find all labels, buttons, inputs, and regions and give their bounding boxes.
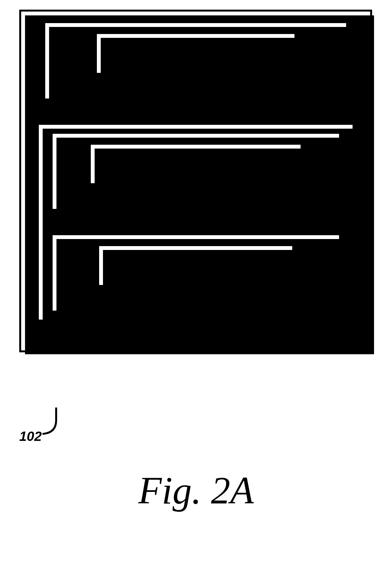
arrow-state-to-graphical bbox=[45, 211, 347, 233]
double-arrow-icon bbox=[190, 211, 201, 233]
state-diagram-model-label: State Diagram Model bbox=[95, 149, 296, 165]
modeling-tools-group: State Diagram Model 225 State Diagram Mo… bbox=[37, 123, 355, 322]
figure-label: Fig. 2A bbox=[0, 468, 392, 513]
state-diagram-tool-label: State Diagram Modeling Tool, bbox=[94, 189, 271, 204]
callout-102-ref: 102 bbox=[19, 429, 42, 444]
state-diagram-model-box: State Diagram Model 225 bbox=[89, 143, 302, 185]
graphical-tool-label: Graphical Modeling Tool, bbox=[108, 291, 257, 306]
environment-label: State Diagram Modeling Environment, bbox=[69, 328, 296, 343]
code-generator-ref: 295 bbox=[101, 54, 291, 69]
graphical-tool-caption: Graphical Modeling Tool, 230 bbox=[59, 291, 333, 306]
graphical-tool-box: Graphical Model 235 Graphical Modeling T… bbox=[51, 233, 341, 313]
code-generator-label: Code Generator bbox=[101, 39, 291, 54]
state-diagram-tool-caption: State Diagram Modeling Tool, 220 bbox=[59, 189, 333, 204]
graphical-model-label: Graphical Model bbox=[103, 251, 288, 266]
state-diagram-model-ref: 225 bbox=[95, 165, 296, 180]
code-building-tool-label: Code Building Tool, bbox=[125, 79, 241, 94]
code-building-tool-caption: Code Building Tool, 290 bbox=[52, 79, 339, 94]
environment-ref: 120 bbox=[300, 328, 323, 343]
double-arrow-icon bbox=[190, 100, 201, 123]
state-diagram-tool-ref: 220 bbox=[275, 189, 297, 204]
code-building-tool-box: Code Generator 295 Code Building Tool, 2… bbox=[43, 21, 348, 100]
arrow-code-to-state bbox=[30, 100, 361, 123]
state-diagram-tool-box: State Diagram Model 225 State Diagram Mo… bbox=[51, 132, 341, 211]
environment-box: Code Generator 295 Code Building Tool, 2… bbox=[19, 10, 372, 352]
graphical-model-box: Graphical Model 235 bbox=[97, 244, 294, 287]
code-building-tool-ref: 290 bbox=[244, 79, 267, 94]
environment-caption: State Diagram Modeling Environment, 120 bbox=[21, 328, 370, 343]
graphical-model-ref: 235 bbox=[103, 266, 288, 281]
callout-102: 102 bbox=[19, 408, 103, 446]
graphical-tool-ref: 230 bbox=[260, 291, 283, 306]
code-generator-box: Code Generator 295 bbox=[95, 32, 296, 75]
